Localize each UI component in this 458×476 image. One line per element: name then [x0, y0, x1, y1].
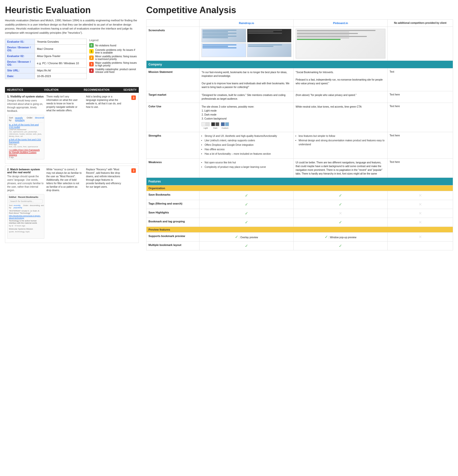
save-bookmarks-label: Save Bookmarks: [146, 191, 200, 200]
weakness-row: Weakness Not open-source like link hut C…: [146, 158, 453, 178]
pinboard-bookmark-grouping: ✓: [293, 218, 387, 227]
legend-text-1: Cosmetic problems only: fix issues if ti…: [95, 49, 139, 54]
legend-text-0: No violations found: [95, 44, 116, 47]
legend-item-1: 1 Cosmetic problems only: fix issues if …: [89, 49, 139, 54]
pinboard-screenshot-thumb: [296, 29, 385, 59]
heuristic-title-0: 1. Visibility of system status: [7, 95, 44, 98]
check-icon-8: ✓: [235, 235, 238, 239]
no-competitor-bookmark-preview: ✕: [388, 232, 453, 241]
check-icon-2: ✓: [339, 193, 342, 198]
heuristic-mockup-0: Sort by: recently popularity Order: desc…: [7, 115, 44, 159]
no-competitor-multiple-layout: [388, 241, 453, 250]
ca-col-no-competitor: No additional competitors provided by cl…: [388, 20, 453, 27]
light-label: Light: [203, 127, 208, 130]
features-section-header: Features: [146, 178, 453, 185]
weakness-label: Weakness: [146, 158, 200, 178]
raindrop-strengths: Strong UI and UX. Aesthetic and high-qua…: [200, 132, 293, 158]
x-icon-5: ✕: [419, 220, 422, 224]
heuristic-top-1: 2. Match between system and the real wor…: [5, 166, 139, 243]
evaluator-label-3: Device / Browser / OS:: [5, 59, 35, 68]
screenshots-label: Screenshots: [146, 27, 200, 61]
heuristic-desc-0: Designs should keep users informed about…: [7, 99, 44, 113]
legend-items: 0 No violations found 1 Cosmetic problem…: [89, 43, 139, 73]
heuristics-header: HEURISTICS VIOLATION RECOMMENDATION SEVE…: [5, 87, 139, 93]
competitive-analysis-table: Raindrop.io Pinboard.in No additional co…: [146, 19, 453, 250]
evaluator-label-5: Date:: [5, 73, 35, 79]
screenshot-thumb-3: [201, 43, 246, 57]
heuristic-mockup-1: linkhut · Recent Bookmarks Search for bo…: [7, 194, 44, 239]
evaluator-row-5: Date: 10-05-2023: [5, 73, 87, 79]
pinboard-strengths: less features but simpler to follow Mini…: [293, 132, 387, 158]
no-competitor-weakness: Text here: [388, 158, 453, 178]
bookmark-grouping-label: Bookmark and tag grouping: [146, 218, 200, 227]
raindrop-tags: ✓: [200, 200, 293, 209]
heuristic-title-col-1: 2. Match between system and the real wor…: [7, 168, 44, 241]
screenshot-thumb-4: [247, 43, 291, 57]
heuristics-table: HEURISTICS VIOLATION RECOMMENDATION SEVE…: [5, 87, 139, 243]
custom-swatch-group: Custom: [221, 122, 229, 130]
pinboard-mission: "Social Bookmarking for Introverts.Pinbo…: [293, 68, 387, 91]
legend-title: Legend:: [89, 39, 139, 42]
legend-container: Legend: 0 No violations found 1 Cosmetic…: [89, 39, 139, 83]
no-competitor-target: Text here: [388, 91, 453, 103]
no-competitor-save-highlights: ✕: [388, 209, 453, 218]
evaluator-value-2: Alisa Ogura-Traxler: [35, 53, 87, 59]
heuristic-title-1: 2. Match between system and the real wor…: [7, 168, 44, 174]
raindrop-bookmark-grouping: ✓: [200, 218, 293, 227]
evaluator-row-2: Evaluator 02: Alisa Ogura-Traxler: [5, 53, 87, 59]
no-competitor-strengths: Text here: [388, 132, 453, 158]
heuristic-recommendation-1: Replace "Recency" with "Most Recent", ad…: [84, 168, 124, 189]
heuristic-top-0: 1. Visibility of system status Designs s…: [5, 93, 139, 163]
heuristic-desc-1: The design should speak the users' langu…: [7, 175, 44, 192]
check-icon-1: ✓: [245, 193, 248, 198]
check-icon-9: ✓: [325, 235, 328, 239]
pinboard-target: (from above) "for people who value priva…: [293, 91, 387, 103]
color-use-row: Color Use The site shows 3 color schemes…: [146, 103, 453, 132]
multiple-bookmark-layout-label: Multiple bookmark layout: [146, 241, 200, 250]
pinboard-color: White neutral color, blue tones, red acc…: [293, 103, 387, 132]
no-competitor-mission: Text: [388, 68, 453, 91]
pinboard-tags: ✓: [293, 200, 387, 209]
save-bookmarks-row: Save Bookmarks ✓ ✓ ✕: [146, 191, 453, 200]
strengths-row: Strengths Strong UI and UX. Aesthetic an…: [146, 132, 453, 158]
pinboard-save-highlights: ✕: [293, 209, 387, 218]
legend-badge-1: 1: [89, 49, 94, 54]
intro-text: Heuristic evaluation (Nielsen and Molich…: [5, 18, 139, 35]
legend-badge-4: 4: [89, 68, 94, 73]
screenshot-thumb-2: [247, 29, 291, 42]
no-competitor-save-bookmarks: ✕: [388, 191, 453, 200]
pinboard-bookmark-preview: ✓ : Window pop-up preview: [293, 232, 387, 241]
evaluator-row-0: Evaluator 01: Yesenia Gonzales: [5, 39, 87, 45]
pinboard-strengths-list: less features but simpler to follow Mini…: [296, 134, 385, 147]
light-swatch-group: Light: [201, 122, 210, 130]
pinboard-screenshots: [293, 27, 387, 61]
raindrop-screenshot-grid: [201, 29, 291, 57]
evaluator-label-0: Evaluator 01:: [5, 39, 35, 45]
legend-badge-3: 3: [89, 62, 94, 66]
raindrop-save-bookmarks: ✓: [200, 191, 293, 200]
bookmark-preview-label: Supports bookmark preview: [146, 232, 200, 241]
raindrop-weakness-list: Not open-source like link hut Complexity…: [201, 161, 291, 169]
target-market-label: Target market: [146, 91, 200, 103]
screenshot-thumb-1: [201, 29, 246, 42]
heuristic-severity-1: 3: [124, 168, 143, 173]
left-title: Heuristic Evaluation: [5, 5, 139, 15]
color-use-label: Color Use: [146, 103, 200, 132]
save-highlights-label: Save Highlights: [146, 209, 200, 218]
mission-statement-row: Mission Statement "In our fast-moving wo…: [146, 68, 453, 91]
raindrop-save-highlights: ✓: [200, 209, 293, 218]
evaluator-value-3: e.g. PC / Chrome 88 / Windows 10: [35, 59, 87, 68]
raindrop-color: The site shows 3 color schemes, possibly…: [200, 103, 293, 132]
screenshots-row: Screenshots: [146, 27, 453, 61]
evaluator-table: Evaluator 01: Yesenia Gonzales Device / …: [5, 39, 87, 79]
no-competitor-bookmark-grouping: ✕: [388, 218, 453, 227]
raindrop-screenshots: [200, 27, 293, 61]
check-icon-3: ✓: [245, 202, 248, 207]
save-highlights-row: Save Highlights ✓ ✕ ✕: [146, 209, 453, 218]
evaluator-value-1: Mac/ Chrome: [35, 45, 87, 53]
dark-swatch-group: Dark: [211, 122, 219, 130]
left-column: Heuristic Evaluation Heuristic evaluatio…: [5, 5, 139, 471]
check-icon-5: ✓: [245, 211, 248, 215]
x-icon-2: ✕: [419, 202, 422, 207]
tags-row: Tags (filtering and search) ✓ ✓ ✕: [146, 200, 453, 209]
